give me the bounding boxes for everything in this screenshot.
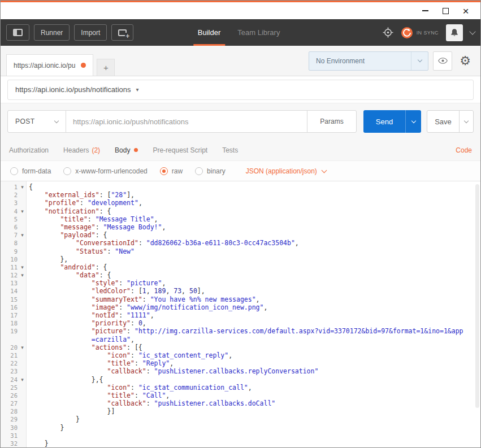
- editor-line[interactable]: 16 "image": "www/img/notification_icon_n…: [1, 303, 480, 311]
- maximize-button[interactable]: [435, 3, 456, 18]
- request-tabs: AuthorizationHeaders(2)BodyPre-request S…: [1, 140, 480, 160]
- line-content: "title": "Message Title",: [26, 215, 480, 223]
- environment-settings-button[interactable]: ⚙: [457, 51, 474, 71]
- editor-line[interactable]: 18 "priority": 0,: [1, 319, 480, 327]
- request-name-dropdown[interactable]: https://api.ionic.io/push/notifications …: [7, 80, 474, 100]
- editor-line[interactable]: 7▾ "payload": {: [1, 231, 480, 239]
- editor-line[interactable]: 25 "icon": "ic_stat_communication_call",: [1, 384, 480, 392]
- fold-arrow-icon[interactable]: ▾: [19, 271, 26, 279]
- radio-label: x-www-form-urlencoded: [75, 167, 147, 175]
- request-builder: POST Params Send Save AuthorizationHeade…: [1, 103, 480, 447]
- radio-form-data[interactable]: form-data: [10, 167, 51, 175]
- fold-arrow-icon[interactable]: ▾: [19, 263, 26, 271]
- fold-arrow-icon[interactable]: ▾: [19, 207, 26, 215]
- line-gutter: 13: [1, 279, 26, 287]
- tab-builder[interactable]: Builder: [198, 19, 220, 46]
- editor-line[interactable]: 8 "ConversationId": "dd826062-b36a-e611-…: [1, 239, 480, 247]
- editor-line[interactable]: 21 "icon": "ic_stat_content_reply",: [1, 351, 480, 359]
- method-select[interactable]: POST: [7, 110, 66, 133]
- request-tab[interactable]: https://api.ionic.io/pu: [6, 54, 93, 76]
- editor-line[interactable]: 22 "title": "Reply",: [1, 359, 480, 367]
- sync-status[interactable]: IN SYNC: [401, 27, 439, 39]
- editor-line[interactable]: 11▾ "android": {: [1, 263, 480, 271]
- send-options-button[interactable]: [405, 110, 421, 133]
- editor-line[interactable]: 15 "summaryText": "You have %n% new mess…: [1, 295, 480, 303]
- close-icon: ×: [462, 6, 469, 16]
- radio-binary[interactable]: binary: [195, 167, 226, 175]
- editor-line[interactable]: 27 "callback": "pushListener.callbacks.d…: [1, 399, 480, 407]
- editor-line[interactable]: 9 "Status": "New": [1, 247, 480, 255]
- request-name-caret-icon: ▾: [136, 86, 139, 93]
- line-content: "image": "www/img/notification_icon_new.…: [26, 303, 480, 311]
- editor-line[interactable]: 17 "notId": "1111",: [1, 311, 480, 319]
- line-content: "icon": "ic_stat_content_reply",: [26, 351, 480, 359]
- fold-arrow-icon[interactable]: ▾: [19, 231, 26, 239]
- line-number: 4: [1, 207, 19, 215]
- account-chevron-icon[interactable]: [469, 28, 475, 34]
- editor-line[interactable]: 12▾ "data": {: [1, 271, 480, 279]
- save-options-button[interactable]: [459, 110, 474, 133]
- radio-x-www-form-urlencoded[interactable]: x-www-form-urlencoded: [63, 167, 147, 175]
- save-button[interactable]: Save: [427, 110, 460, 133]
- editor-line[interactable]: 29 }: [1, 415, 480, 423]
- tab-tests[interactable]: Tests: [222, 146, 238, 154]
- editor-line[interactable]: 19 "picture": "http://img.carzilla-servi…: [1, 327, 480, 335]
- editor-line[interactable]: 23 "callback": "pushListener.callbacks.r…: [1, 367, 480, 375]
- tab-body[interactable]: Body: [115, 146, 138, 154]
- editor-line[interactable]: 32 }: [1, 440, 480, 447]
- line-gutter: 27: [1, 399, 26, 407]
- tab-team-library[interactable]: Team Library: [237, 19, 280, 46]
- editor-line[interactable]: 26 "title": "Call",: [1, 392, 480, 399]
- sidebar-toggle-button[interactable]: [6, 24, 29, 41]
- editor-line[interactable]: 14 "ledColor": [1, 189, 73, 50],: [1, 287, 480, 295]
- app-window: × Runner Import BuilderTeam Library IN S…: [0, 0, 481, 448]
- editor-line[interactable]: 1▾{: [1, 183, 480, 191]
- sidebar-toggle-icon: [13, 29, 23, 36]
- radio-circle-icon: [63, 167, 71, 175]
- fold-arrow-icon[interactable]: ▾: [19, 343, 26, 351]
- content-type-select[interactable]: JSON (application/json): [246, 167, 326, 175]
- editor-line[interactable]: 4▾ "notification": {: [1, 207, 480, 215]
- line-number: 8: [1, 239, 19, 247]
- editor-line[interactable]: 3 "profile": "development",: [1, 199, 480, 207]
- line-content: "actions": [{: [26, 343, 480, 351]
- notifications-button[interactable]: [446, 24, 463, 41]
- editor-line[interactable]: 31: [1, 432, 480, 440]
- send-button[interactable]: Send: [363, 110, 405, 133]
- editor-line[interactable]: 2 "external_ids": ["28"],: [1, 191, 480, 199]
- capture-button[interactable]: [383, 27, 393, 38]
- editor-line[interactable]: 30 }: [1, 424, 480, 432]
- fold-arrow-icon[interactable]: ▾: [19, 183, 26, 191]
- save-chevron-icon: [464, 118, 469, 123]
- code-link[interactable]: Code: [456, 146, 472, 154]
- params-button[interactable]: Params: [307, 110, 357, 133]
- editor-line[interactable]: 13 "style": "picture",: [1, 279, 480, 287]
- new-collection-button[interactable]: [111, 24, 133, 41]
- editor-line[interactable]: 20▾ "actions": [{: [1, 343, 480, 351]
- tab-pre-request-script[interactable]: Pre-request Script: [153, 146, 207, 154]
- environment-preview-button[interactable]: [433, 51, 452, 71]
- editor-line[interactable]: 5 "title": "Message Title",: [1, 215, 480, 223]
- header-right-actions: IN SYNC: [383, 24, 475, 41]
- editor-line[interactable]: 6 "message": "Message Body!",: [1, 223, 480, 231]
- close-button[interactable]: ×: [456, 3, 476, 18]
- editor-line[interactable]: =carzilla",: [1, 336, 480, 343]
- editor-line[interactable]: 24▾ },{: [1, 376, 480, 384]
- body-editor[interactable]: 1▾{2 "external_ids": ["28"],3 "profile":…: [1, 181, 480, 447]
- radio-raw[interactable]: raw: [160, 167, 183, 175]
- editor-line[interactable]: 10 },: [1, 255, 480, 263]
- new-tab-button[interactable]: +: [97, 59, 115, 76]
- tab-authorization[interactable]: Authorization: [9, 146, 49, 154]
- line-gutter: 10: [1, 255, 26, 263]
- eye-icon: [438, 58, 448, 64]
- tab-headers[interactable]: Headers(2): [63, 146, 100, 154]
- minimize-button[interactable]: [415, 3, 435, 18]
- import-button[interactable]: Import: [74, 24, 107, 41]
- fold-spacer: [19, 399, 26, 407]
- editor-line[interactable]: 28 }]: [1, 407, 480, 415]
- url-input[interactable]: [66, 110, 307, 133]
- fold-spacer: [19, 327, 26, 335]
- environment-select[interactable]: No Environment: [309, 51, 428, 71]
- fold-arrow-icon[interactable]: ▾: [19, 376, 26, 384]
- runner-button[interactable]: Runner: [34, 24, 70, 41]
